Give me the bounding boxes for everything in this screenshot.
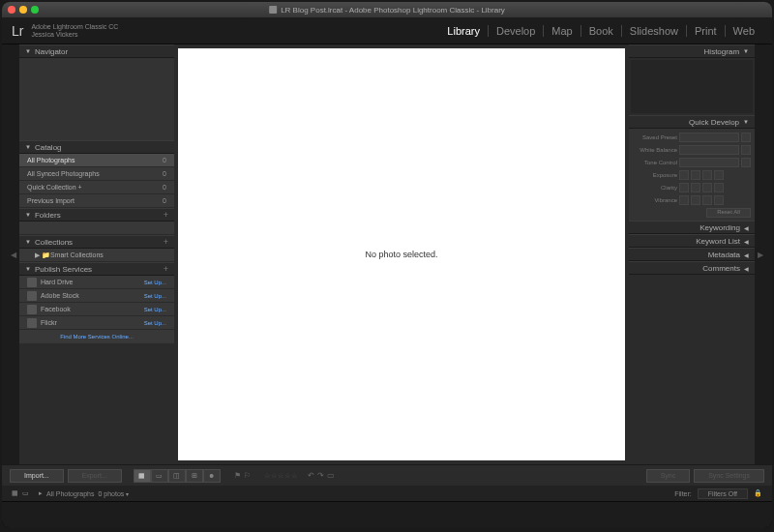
breadcrumb-icon: ▸	[39, 489, 43, 497]
metadata-header[interactable]: Metadata	[629, 248, 755, 261]
export-button[interactable]: Export...	[68, 469, 122, 483]
module-develop[interactable]: Develop	[489, 25, 544, 37]
module-library[interactable]: Library	[439, 25, 489, 37]
sync-settings-button[interactable]: Sync Settings	[694, 469, 764, 483]
navigator-preview[interactable]	[19, 58, 174, 140]
publish-facebook[interactable]: FacebookSet Up...	[19, 303, 174, 316]
folders-header[interactable]: Folders+	[19, 208, 174, 222]
add-collection-icon: +	[164, 237, 168, 247]
catalog-all-photographs[interactable]: All Photographs0	[19, 154, 174, 167]
catalog-header[interactable]: Catalog	[19, 140, 174, 154]
photo-count: 0 photos	[98, 490, 124, 497]
catalog-quick-collection[interactable]: Quick Collection +0	[19, 181, 174, 194]
left-panel: Navigator Catalog All Photographs0 All S…	[19, 44, 174, 464]
collections-header[interactable]: Collections+	[19, 235, 174, 249]
filter-lock-icon[interactable]: 🔒	[754, 489, 762, 497]
survey-view-button[interactable]: ⊞	[186, 469, 203, 483]
flickr-icon	[27, 318, 37, 328]
secondary-display-icon[interactable]: ▭	[22, 489, 29, 497]
product-name: Adobe Lightroom Classic CC	[31, 23, 118, 31]
adobe-stock-icon	[27, 291, 37, 301]
navigator-header[interactable]: Navigator	[19, 44, 174, 58]
window-title: LR Blog Post.lrcat - Adobe Photoshop Lig…	[281, 6, 505, 15]
qd-reset-button[interactable]: Reset All	[706, 208, 751, 218]
comments-header[interactable]: Comments	[629, 261, 755, 275]
smart-collections[interactable]: ▶ 📁 Smart Collections	[19, 249, 174, 262]
publish-hard-drive[interactable]: Hard DriveSet Up...	[19, 276, 174, 289]
filmstrip[interactable]	[2, 501, 772, 528]
publish-flickr[interactable]: FlickrSet Up...	[19, 316, 174, 330]
right-panel-toggle[interactable]: ▶	[755, 44, 766, 464]
grid-toggle-icon[interactable]: ▦	[12, 489, 18, 497]
filter-label: Filter:	[674, 490, 692, 497]
hard-drive-icon	[27, 278, 37, 287]
maximize-window-button[interactable]	[31, 6, 39, 14]
right-panel: Histogram Quick Develop Saved Preset Whi…	[629, 44, 755, 464]
keyword-list-header[interactable]: Keyword List	[629, 234, 755, 248]
left-panel-toggle[interactable]: ◀	[8, 44, 19, 464]
rating-stars[interactable]: ☆☆☆☆☆	[264, 472, 298, 480]
catalog-synced[interactable]: All Synced Photographs0	[19, 167, 174, 181]
empty-state-text: No photo selected.	[365, 250, 437, 259]
publish-adobe-stock[interactable]: Adobe StockSet Up...	[19, 289, 174, 303]
module-book[interactable]: Book	[581, 25, 622, 37]
histogram-display[interactable]	[631, 60, 753, 113]
module-print[interactable]: Print	[687, 25, 726, 37]
titlebar: LR Blog Post.lrcat - Adobe Photoshop Lig…	[2, 2, 772, 17]
rotate-ccw-icon[interactable]: ↶	[308, 471, 314, 480]
module-web[interactable]: Web	[726, 25, 762, 37]
sync-button[interactable]: Sync	[646, 469, 691, 483]
loupe-view-button[interactable]: ▭	[151, 469, 168, 483]
app-header: Lr Adobe Lightroom Classic CC Jessica Vi…	[2, 17, 772, 44]
document-icon	[269, 6, 277, 14]
thumbnail-size-icon[interactable]: ▭	[327, 471, 335, 480]
qd-wb-select[interactable]	[679, 145, 739, 155]
module-slideshow[interactable]: Slideshow	[622, 25, 687, 37]
qd-tone-select[interactable]	[679, 158, 739, 167]
compare-view-button[interactable]: ◫	[168, 469, 186, 483]
breadcrumb-menu-icon[interactable]: ▾	[126, 490, 129, 497]
grid-view-button[interactable]: ▦	[134, 469, 151, 483]
close-window-button[interactable]	[8, 6, 15, 14]
folders-empty	[19, 222, 174, 235]
user-name: Jessica Vickers	[31, 31, 118, 39]
rotate-cw-icon[interactable]: ↷	[317, 471, 324, 480]
qd-preset-select[interactable]	[679, 133, 739, 142]
facebook-icon	[27, 305, 37, 314]
flag-pick-icon[interactable]: ⚑	[234, 471, 241, 480]
quick-develop-header[interactable]: Quick Develop	[629, 115, 755, 129]
publish-header[interactable]: Publish Services+	[19, 262, 174, 276]
add-publish-icon: +	[164, 264, 168, 274]
module-picker: Library Develop Map Book Slideshow Print…	[439, 25, 762, 37]
minimize-window-button[interactable]	[19, 6, 27, 14]
histogram-header[interactable]: Histogram	[629, 44, 755, 58]
app-logo: Lr	[12, 23, 23, 39]
filter-bar: ▦ ▭ ▸ All Photographs 0 photos ▾ Filter:…	[2, 486, 772, 501]
flag-reject-icon[interactable]: ⚐	[244, 471, 251, 480]
bottom-toolbar: Import... Export... ▦ ▭ ◫ ⊞ ☻ ⚑ ⚐ ☆☆☆☆☆ …	[2, 464, 772, 486]
filter-select[interactable]: Filters Off	[698, 488, 748, 499]
breadcrumb-text[interactable]: All Photographs	[46, 490, 94, 497]
catalog-previous-import[interactable]: Previous Import0	[19, 194, 174, 208]
keywording-header[interactable]: Keywording	[629, 221, 755, 234]
find-more-services-link[interactable]: Find More Services Online...	[19, 330, 174, 343]
main-canvas[interactable]: No photo selected.	[178, 48, 625, 460]
people-view-button[interactable]: ☻	[203, 469, 221, 483]
module-map[interactable]: Map	[544, 25, 580, 37]
add-folder-icon: +	[164, 210, 168, 220]
import-button[interactable]: Import...	[10, 469, 64, 483]
